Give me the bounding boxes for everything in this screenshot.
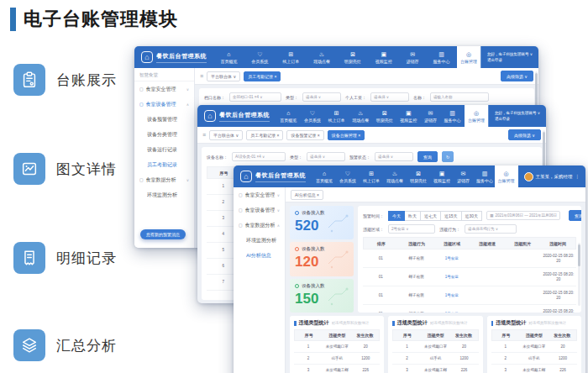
platform-select[interactable]: 平台联合体 ∨ [209, 130, 243, 140]
device-name-select[interactable]: AI设备类-01 ×4 ∨ [232, 152, 286, 161]
table-row[interactable]: 01 帽子检测 1号食堂 2020-02-15 08:20:20 [363, 268, 576, 286]
date-range-picker[interactable]: ▦ 2021年03月06日 — 2021年11月06日 [486, 211, 560, 220]
user-menu[interactable]: 您好，电子科技集团账号 ∨ 退出登录 [488, 105, 546, 127]
table-row[interactable]: 01 帽子检测 1号食堂 2020-02-15 08:20:20 [363, 286, 576, 305]
nav-item[interactable]: ⊠ 明厨亮灶 [407, 165, 430, 187]
scrollbar-thumb[interactable] [578, 244, 580, 266]
more-menu-icon[interactable]: ⋮ [575, 174, 580, 179]
nav-item[interactable]: ⊠ 明厨亮灶 [341, 46, 365, 68]
feature-item-summary-analysis: 汇总分析 [13, 329, 117, 361]
cell-index: 1 [392, 341, 421, 352]
nav-item-label: 会员系统 [304, 118, 321, 123]
nav-item-active-ledger[interactable]: ◎ 台账管理 [495, 165, 518, 187]
tab-ai-analysis[interactable]: AI分析信息 × [291, 190, 323, 200]
nav-item[interactable]: ✉ 进销存 [421, 105, 440, 127]
platform-select[interactable]: 平台联合体 ∨ [207, 71, 240, 81]
nav-item[interactable]: ♨ 现场点餐 [310, 46, 333, 68]
nav-item-active-ledger[interactable]: ◎ 台账管理 [465, 105, 488, 127]
nav-item[interactable]: ⌂ 首页概览 [312, 165, 336, 187]
table-row[interactable]: 01 帽子检测 1号食堂 2020-02-15 08:20:20 [363, 305, 576, 313]
nav-item[interactable]: ⊞ 线上订单 [325, 105, 349, 127]
nav-item[interactable]: ⊠ 明厨亮灶 [373, 105, 396, 127]
collapse-menu-icon[interactable]: ≡ [200, 73, 203, 79]
column-header[interactable]: 违规通道 [470, 238, 505, 249]
nav-item[interactable]: ♨ 现场点餐 [383, 165, 407, 187]
alert-notice-pill[interactable]: 您有新的预警消息 [140, 229, 186, 239]
nav-item[interactable]: ♨ 现场点餐 [349, 105, 372, 127]
nav-item[interactable]: ▣ 视频监控 [372, 46, 396, 68]
cell-area-link[interactable]: 1号食堂 [434, 291, 470, 301]
nav-item[interactable]: ▥ 服务中心 [429, 46, 453, 68]
menu-ai-analysis[interactable]: AI分析信息 [234, 248, 285, 263]
column-header[interactable]: 违规行为 [399, 238, 434, 249]
violation-photo[interactable] [515, 253, 530, 264]
tab-device-ledger-active[interactable]: 设备台账管理 × [328, 130, 365, 140]
reset-button[interactable]: ↻ [442, 151, 454, 162]
nav-item[interactable]: ♡ 会员系统 [301, 105, 324, 127]
time-tab-7days[interactable]: 近七天 [421, 211, 441, 221]
type-select[interactable]: 请选择 ∨ [302, 92, 341, 102]
cell-area-link[interactable]: 1号食堂 [434, 272, 470, 282]
stall-select[interactable]: 全部档口-01 ×4 ∨ [229, 92, 281, 102]
behavior-select[interactable]: 请选择违规行为 ∨ [465, 224, 517, 234]
nav-item[interactable]: ⊞ 线上订单 [360, 165, 383, 187]
nav-item[interactable]: ▥ 服务中心 [441, 105, 465, 127]
area-select[interactable]: 2号食堂 ∨ [388, 224, 435, 234]
violation-photo[interactable] [515, 271, 530, 282]
menu-device-mgmt[interactable]: ◻食堂设备管理∨ [234, 202, 285, 218]
nav-item-icon: ♨ [358, 110, 363, 117]
tab-attendance-active[interactable]: 员工考勤记录 × [244, 71, 281, 81]
nav-item[interactable]: ▣ 视频监控 [396, 105, 420, 127]
tab-device-alerts[interactable]: 设备预警记录 × [286, 130, 323, 140]
time-tab-30days[interactable]: 近30天 [462, 211, 483, 221]
nav-item[interactable]: ♡ 会员系统 [336, 165, 360, 187]
user-menu[interactable]: 您好，电子科技集团账号 ∨ 退出登录 [480, 46, 538, 68]
nav-item[interactable]: ⌂ 首页概览 [217, 46, 240, 68]
user-menu[interactable]: 王某某，采购经理 ⋮ [518, 165, 586, 187]
menu-attendance-records[interactable]: 员工考勤记录 [134, 157, 194, 172]
nav-item[interactable]: ▥ 服务中心 [473, 165, 496, 187]
menu-device-log[interactable]: 设备运行记录 [134, 142, 194, 157]
alert-status-select[interactable]: 请选择 ∨ [375, 152, 413, 161]
nav-item[interactable]: ⌂ 首页概览 [276, 105, 300, 127]
column-header[interactable]: 排序 [364, 238, 399, 249]
menu-canteen-safety[interactable]: ◻食堂安全管理∨ [134, 81, 194, 97]
time-tab-today[interactable]: 今天 [388, 211, 405, 221]
time-tab-15days[interactable]: 近15天 [441, 211, 462, 221]
name-input[interactable]: 请输入名称 [430, 92, 489, 102]
tab-attendance[interactable]: 员工考勤记录 × [246, 130, 283, 140]
type-select[interactable]: 请选择 ∨ [307, 152, 345, 161]
menu-data-analysis[interactable]: ◻食堂数据分析∨ [134, 172, 194, 187]
column-header[interactable]: 违规区域 [434, 238, 470, 249]
cell-area-link[interactable]: 1号食堂 [434, 254, 470, 264]
nav-item-active-ledger[interactable]: ◎ 台账管理 [457, 46, 480, 68]
menu-canteen-safety[interactable]: ◻食堂安全管理∨ [234, 187, 285, 202]
column-header[interactable]: 违规图片 [505, 238, 540, 249]
menu-env-analysis[interactable]: 环境监测分析 [234, 233, 285, 248]
nav-item[interactable]: ⊞ 线上订单 [279, 46, 302, 68]
nav-item[interactable]: ♡ 会员系统 [248, 46, 271, 68]
search-button[interactable]: 查询 [569, 210, 581, 221]
violation-photo[interactable] [515, 308, 530, 313]
menu-device-alert[interactable]: 设备预警管理 [134, 112, 194, 127]
search-button[interactable]: 查询 [417, 151, 438, 162]
nav-item[interactable]: ▣ 视频监控 [430, 165, 454, 187]
salary-select[interactable]: 请选择 ∨ [370, 92, 409, 102]
advanced-filter-button[interactable]: 高级筛选 ∨ [501, 71, 533, 81]
menu-data-analysis[interactable]: ◻食堂数据分析∧ [234, 218, 285, 233]
menu-env-analysis[interactable]: 环境监测分析 [134, 187, 194, 202]
logout-link[interactable]: 退出登录 [487, 58, 533, 63]
menu-device-mgmt[interactable]: ◻食堂设备管理∧ [134, 97, 194, 112]
time-tab-yesterday[interactable]: 昨天 [405, 211, 421, 221]
menu-device-category[interactable]: 设备分类管理 [134, 127, 194, 142]
nav-item[interactable]: ✉ 进销存 [454, 165, 473, 187]
advanced-filter-button[interactable]: 高级筛选 ∨ [508, 129, 541, 140]
scrollbar[interactable] [578, 243, 580, 306]
table-row[interactable]: 01 帽子检测 1号食堂 2020-02-15 08:20:20 [363, 250, 576, 268]
column-header[interactable]: 违规时间 [540, 238, 575, 249]
violation-photo[interactable] [515, 290, 530, 301]
cell-area-link[interactable]: 1号食堂 [434, 309, 470, 313]
collapse-menu-icon[interactable]: ≡ [202, 132, 206, 138]
nav-item[interactable]: ✉ 进销存 [403, 46, 423, 68]
logout-link[interactable]: 退出登录 [495, 117, 540, 122]
